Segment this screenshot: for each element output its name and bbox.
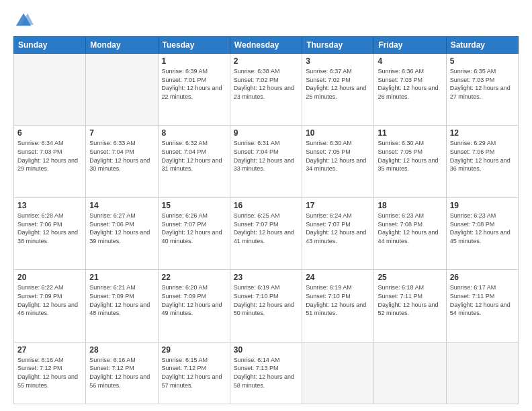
calendar-cell: 4 Sunrise: 6:36 AM Sunset: 7:03 PM Dayli…: [374, 54, 446, 126]
day-info: Sunrise: 6:33 AM Sunset: 7:04 PM Dayligh…: [89, 139, 154, 173]
calendar-cell: 10 Sunrise: 6:30 AM Sunset: 7:05 PM Dayl…: [302, 126, 374, 197]
day-number: 20: [17, 273, 82, 282]
day-info: Sunrise: 6:19 AM Sunset: 7:10 PM Dayligh…: [234, 283, 298, 317]
sunset-label: Sunset: 7:11 PM: [378, 293, 423, 300]
logo-icon: [13, 11, 34, 31]
sunrise-label: Sunrise: 6:21 AM: [89, 284, 136, 291]
day-number: 8: [162, 128, 226, 138]
calendar-cell: 7 Sunrise: 6:33 AM Sunset: 7:04 PM Dayli…: [86, 126, 158, 197]
sunrise-label: Sunrise: 6:25 AM: [234, 212, 280, 219]
sunrise-label: Sunrise: 6:26 AM: [162, 212, 208, 219]
sunset-label: Sunset: 7:07 PM: [306, 221, 351, 228]
daylight-label: Daylight: 12 hours and 57 minutes.: [162, 373, 222, 389]
sunrise-label: Sunrise: 6:14 AM: [234, 357, 280, 363]
calendar-header-friday: Friday: [374, 37, 446, 54]
sunset-label: Sunset: 7:08 PM: [378, 221, 423, 228]
calendar-table: SundayMondayTuesdayWednesdayThursdayFrid…: [13, 36, 519, 404]
calendar-header-row: SundayMondayTuesdayWednesdayThursdayFrid…: [14, 37, 519, 54]
day-number: 3: [306, 56, 370, 66]
day-number: 18: [378, 201, 442, 210]
calendar-cell: 18 Sunrise: 6:23 AM Sunset: 7:08 PM Dayl…: [374, 197, 446, 269]
day-number: 30: [234, 345, 298, 355]
day-number: 28: [89, 345, 154, 355]
sunset-label: Sunset: 7:08 PM: [450, 221, 495, 228]
day-info: Sunrise: 6:17 AM Sunset: 7:11 PM Dayligh…: [450, 283, 515, 317]
day-info: Sunrise: 6:26 AM Sunset: 7:07 PM Dayligh…: [162, 212, 226, 245]
sunset-label: Sunset: 7:07 PM: [162, 221, 207, 228]
daylight-label: Daylight: 12 hours and 46 minutes.: [17, 302, 78, 317]
calendar-cell: 9 Sunrise: 6:31 AM Sunset: 7:04 PM Dayli…: [230, 126, 302, 197]
calendar-cell: 3 Sunrise: 6:37 AM Sunset: 7:02 PM Dayli…: [302, 54, 374, 126]
daylight-label: Daylight: 12 hours and 26 minutes.: [378, 85, 438, 100]
sunset-label: Sunset: 7:06 PM: [450, 148, 495, 155]
sunrise-label: Sunrise: 6:30 AM: [378, 140, 424, 146]
calendar-cell: 1 Sunrise: 6:39 AM Sunset: 7:01 PM Dayli…: [158, 54, 230, 126]
day-number: 23: [234, 273, 298, 282]
sunrise-label: Sunrise: 6:32 AM: [162, 140, 208, 146]
calendar-header-wednesday: Wednesday: [230, 37, 302, 54]
sunset-label: Sunset: 7:11 PM: [450, 293, 495, 300]
day-number: 26: [450, 273, 515, 282]
daylight-label: Daylight: 12 hours and 48 minutes.: [89, 302, 150, 317]
calendar-header-sunday: Sunday: [14, 37, 86, 54]
daylight-label: Daylight: 12 hours and 22 minutes.: [162, 85, 222, 100]
day-info: Sunrise: 6:30 AM Sunset: 7:05 PM Dayligh…: [378, 139, 442, 173]
sunrise-label: Sunrise: 6:19 AM: [234, 284, 280, 291]
sunrise-label: Sunrise: 6:36 AM: [378, 68, 424, 75]
day-number: 6: [17, 128, 82, 138]
day-info: Sunrise: 6:21 AM Sunset: 7:09 PM Dayligh…: [89, 283, 154, 317]
daylight-label: Daylight: 12 hours and 40 minutes.: [162, 229, 222, 244]
daylight-label: Daylight: 12 hours and 44 minutes.: [378, 229, 438, 244]
daylight-label: Daylight: 12 hours and 25 minutes.: [306, 85, 366, 100]
sunset-label: Sunset: 7:05 PM: [306, 148, 351, 155]
sunset-label: Sunset: 7:09 PM: [17, 293, 62, 300]
sunrise-label: Sunrise: 6:35 AM: [450, 68, 496, 75]
daylight-label: Daylight: 12 hours and 49 minutes.: [162, 302, 222, 317]
calendar-week-4: 27 Sunrise: 6:16 AM Sunset: 7:12 PM Dayl…: [14, 342, 519, 404]
day-info: Sunrise: 6:22 AM Sunset: 7:09 PM Dayligh…: [17, 283, 82, 317]
calendar-cell: 16 Sunrise: 6:25 AM Sunset: 7:07 PM Dayl…: [230, 197, 302, 269]
day-info: Sunrise: 6:34 AM Sunset: 7:03 PM Dayligh…: [17, 139, 82, 173]
daylight-label: Daylight: 12 hours and 43 minutes.: [306, 229, 366, 244]
sunset-label: Sunset: 7:02 PM: [234, 77, 279, 83]
day-number: 27: [17, 345, 82, 355]
day-number: 11: [378, 128, 442, 138]
sunset-label: Sunset: 7:05 PM: [378, 148, 423, 155]
daylight-label: Daylight: 12 hours and 58 minutes.: [234, 373, 294, 389]
sunset-label: Sunset: 7:06 PM: [89, 221, 134, 228]
sunset-label: Sunset: 7:02 PM: [306, 77, 351, 83]
sunset-label: Sunset: 7:10 PM: [306, 293, 351, 300]
calendar-cell: 13 Sunrise: 6:28 AM Sunset: 7:06 PM Dayl…: [14, 197, 86, 269]
day-number: 29: [162, 345, 226, 355]
sunrise-label: Sunrise: 6:34 AM: [17, 140, 64, 146]
day-number: 13: [17, 201, 82, 210]
day-number: 4: [378, 56, 442, 66]
day-info: Sunrise: 6:23 AM Sunset: 7:08 PM Dayligh…: [378, 212, 442, 245]
calendar-cell: 23 Sunrise: 6:19 AM Sunset: 7:10 PM Dayl…: [230, 270, 302, 342]
day-info: Sunrise: 6:29 AM Sunset: 7:06 PM Dayligh…: [450, 139, 515, 173]
daylight-label: Daylight: 12 hours and 33 minutes.: [234, 157, 294, 173]
daylight-label: Daylight: 12 hours and 50 minutes.: [234, 302, 294, 317]
sunrise-label: Sunrise: 6:24 AM: [306, 212, 352, 219]
daylight-label: Daylight: 12 hours and 31 minutes.: [162, 157, 222, 173]
day-number: 5: [450, 56, 515, 66]
sunrise-label: Sunrise: 6:27 AM: [89, 212, 136, 219]
sunset-label: Sunset: 7:01 PM: [162, 77, 207, 83]
sunset-label: Sunset: 7:09 PM: [89, 293, 134, 300]
day-number: 15: [162, 201, 226, 210]
calendar-week-3: 20 Sunrise: 6:22 AM Sunset: 7:09 PM Dayl…: [14, 270, 519, 342]
calendar-cell: 17 Sunrise: 6:24 AM Sunset: 7:07 PM Dayl…: [302, 197, 374, 269]
sunrise-label: Sunrise: 6:29 AM: [450, 140, 496, 146]
calendar-week-0: 1 Sunrise: 6:39 AM Sunset: 7:01 PM Dayli…: [14, 54, 519, 126]
calendar-cell: 25 Sunrise: 6:18 AM Sunset: 7:11 PM Dayl…: [374, 270, 446, 342]
daylight-label: Daylight: 12 hours and 55 minutes.: [17, 373, 78, 389]
calendar-cell: [86, 54, 158, 126]
daylight-label: Daylight: 12 hours and 34 minutes.: [306, 157, 366, 173]
sunset-label: Sunset: 7:04 PM: [234, 148, 279, 155]
sunset-label: Sunset: 7:13 PM: [234, 365, 279, 371]
calendar-cell: 20 Sunrise: 6:22 AM Sunset: 7:09 PM Dayl…: [14, 270, 86, 342]
sunset-label: Sunset: 7:03 PM: [378, 77, 423, 83]
calendar-cell: 21 Sunrise: 6:21 AM Sunset: 7:09 PM Dayl…: [86, 270, 158, 342]
day-info: Sunrise: 6:28 AM Sunset: 7:06 PM Dayligh…: [17, 212, 82, 245]
sunset-label: Sunset: 7:04 PM: [162, 148, 207, 155]
